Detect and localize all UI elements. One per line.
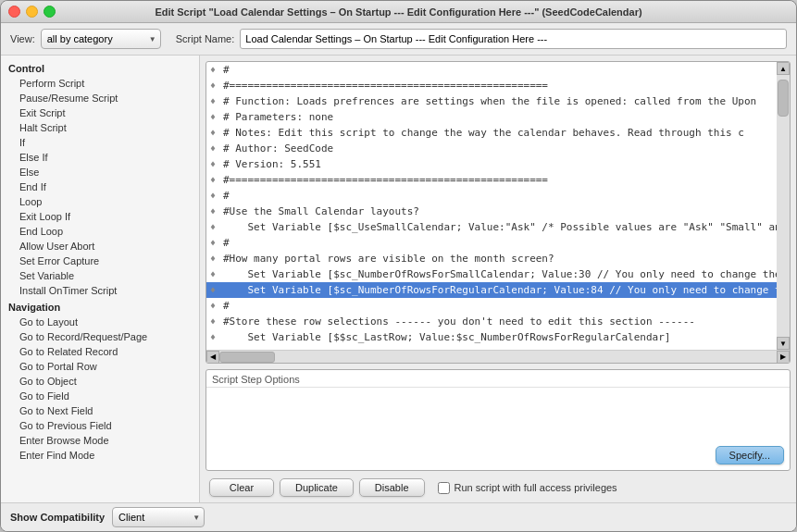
script-line-text: # [223, 64, 773, 76]
sidebar-item-allow-user-abort[interactable]: Allow User Abort [1, 239, 199, 254]
main-window: Edit Script "Load Calendar Settings – On… [0, 0, 797, 532]
script-line[interactable]: ♦ # Notes: Edit this script to change th… [206, 125, 777, 141]
sidebar-item-halt-script[interactable]: Halt Script [1, 120, 199, 135]
script-line-icon: ♦ [210, 222, 223, 232]
script-line-text: # Author: SeedCode [223, 142, 773, 155]
sidebar-item-go-to-record[interactable]: Go to Record/Request/Page [1, 329, 199, 344]
client-select[interactable]: Client [112, 507, 205, 527]
sidebar-item-go-to-field[interactable]: Go to Field [1, 389, 199, 403]
script-line[interactable]: ♦ # Parameters: none [206, 109, 777, 125]
sidebar-item-install-on-timer[interactable]: Install OnTimer Script [1, 283, 199, 298]
sidebar-item-enter-find-mode[interactable]: Enter Find Mode [1, 448, 199, 463]
sidebar-item-else-if[interactable]: Else If [1, 150, 199, 165]
script-line-icon: ♦ [210, 254, 223, 264]
sidebar-item-set-error-capture[interactable]: Set Error Capture [1, 254, 199, 268]
title-bar: Edit Script "Load Calendar Settings – On… [1, 1, 796, 23]
sidebar-item-go-to-object[interactable]: Go to Object [1, 374, 199, 389]
script-line[interactable]: ♦ #Store these row selections ------ you… [206, 314, 777, 329]
hscroll-thumb[interactable] [219, 352, 275, 363]
specify-button[interactable]: Specify... [716, 446, 784, 464]
sidebar-item-go-to-related[interactable]: Go to Related Record [1, 344, 199, 359]
script-line[interactable]: ♦ #Use the Small Calendar layouts? [206, 204, 777, 219]
view-label: View: [10, 33, 35, 44]
script-editor: ♦ # ♦ #=================================… [205, 61, 791, 364]
script-lines[interactable]: ♦ # ♦ #=================================… [206, 62, 777, 345]
script-line-selected[interactable]: ♦ Set Variable [$sc_NumberOfRowsForRegul… [206, 282, 777, 298]
sidebar-category-navigation: Navigation [1, 298, 199, 315]
full-access-checkbox[interactable] [438, 482, 450, 494]
sidebar-item-else[interactable]: Else [1, 165, 199, 179]
disable-button[interactable]: Disable [359, 478, 425, 497]
script-line-text: #=======================================… [223, 174, 773, 186]
script-line-icon: ♦ [210, 96, 223, 106]
script-editor-wrapper: ♦ # ♦ #=================================… [206, 62, 790, 350]
vertical-scrollbar[interactable]: ▲ ▼ [777, 62, 790, 350]
scroll-thumb-area [777, 75, 790, 337]
script-line[interactable]: ♦ #=====================================… [206, 78, 777, 93]
checkbox-row: Run script with full access privileges [438, 482, 617, 494]
sidebar-item-set-variable[interactable]: Set Variable [1, 268, 199, 283]
script-line-text: #Store these row selections ------ you d… [223, 315, 773, 328]
options-content: Specify... [206, 388, 790, 470]
script-line-text: Set Variable [$sc_NumberOfRowsForSmallCa… [223, 268, 777, 280]
scroll-thumb[interactable] [778, 80, 789, 117]
scroll-left-arrow[interactable]: ◀ [206, 351, 219, 364]
script-line[interactable]: ♦ Set Variable [$sc_NumberOfRowsForSmall… [206, 266, 777, 282]
sidebar-item-if[interactable]: If [1, 135, 199, 150]
bottom-toolbar: Clear Duplicate Disable Run script with … [200, 475, 796, 502]
sidebar-item-loop[interactable]: Loop [1, 194, 199, 209]
show-compat-label: Show Compatibility [10, 512, 105, 523]
options-panel: Script Step Options Specify... [205, 369, 791, 471]
sidebar-item-end-if[interactable]: End If [1, 179, 199, 194]
script-name-input[interactable] [240, 29, 787, 49]
sidebar-item-pause-resume[interactable]: Pause/Resume Script [1, 91, 199, 105]
script-line[interactable]: ♦ # [206, 62, 777, 78]
scroll-right-arrow[interactable]: ▶ [777, 351, 790, 364]
sidebar-item-go-to-next-field[interactable]: Go to Next Field [1, 403, 199, 418]
script-line[interactable]: ♦ #How many portal rows are visible on t… [206, 251, 777, 266]
script-line[interactable]: ♦ # [206, 188, 777, 204]
duplicate-button[interactable]: Duplicate [280, 478, 354, 497]
script-line[interactable]: ♦ #=====================================… [206, 172, 777, 188]
traffic-lights [8, 6, 56, 18]
sidebar: Control Perform Script Pause/Resume Scri… [1, 56, 200, 502]
script-line-text: # [223, 237, 773, 249]
script-line-icon: ♦ [210, 285, 223, 295]
bottom-section: Show Compatibility Client [1, 502, 796, 531]
scroll-down-arrow[interactable]: ▼ [777, 337, 790, 350]
script-line-text: # Function: Loads prefrences are setting… [223, 95, 773, 107]
script-line[interactable]: ♦ Set Variable [$$sc_LastRow; Value:$sc_… [206, 329, 777, 345]
script-line-icon: ♦ [210, 301, 223, 311]
script-line[interactable]: ♦ # [206, 298, 777, 314]
sidebar-item-exit-loop-if[interactable]: Exit Loop If [1, 209, 199, 224]
sidebar-item-go-to-layout[interactable]: Go to Layout [1, 315, 199, 329]
script-line-icon: ♦ [210, 191, 223, 201]
script-line-text: Set Variable [$$sc_LastRow; Value:$sc_Nu… [223, 331, 773, 343]
script-line[interactable]: ♦ # Function: Loads prefrences are setti… [206, 93, 777, 109]
sidebar-item-go-to-prev-field[interactable]: Go to Previous Field [1, 418, 199, 433]
script-line[interactable]: ♦ # [206, 235, 777, 251]
script-line[interactable]: ♦ # Version: 5.551 [206, 156, 777, 172]
script-line-icon: ♦ [210, 65, 223, 75]
script-line[interactable]: ♦ # Author: SeedCode [206, 141, 777, 156]
script-editor-inner: ♦ # ♦ #=================================… [206, 62, 777, 350]
script-line-text: #=======================================… [223, 80, 773, 92]
window-title: Edit Script "Load Calendar Settings – On… [155, 6, 641, 18]
close-button[interactable] [8, 6, 20, 18]
script-line[interactable]: ♦ Set Variable [$sc_UseSmallCalendar; Va… [206, 219, 777, 235]
maximize-button[interactable] [44, 6, 56, 18]
minimize-button[interactable] [26, 6, 38, 18]
script-line-icon: ♦ [210, 175, 223, 185]
sidebar-item-exit-script[interactable]: Exit Script [1, 105, 199, 120]
script-line-text: # Parameters: none [223, 111, 773, 123]
scroll-up-arrow[interactable]: ▲ [777, 62, 790, 75]
script-line-icon: ♦ [210, 112, 223, 122]
script-line-icon: ♦ [210, 316, 223, 327]
clear-button[interactable]: Clear [209, 478, 274, 497]
sidebar-item-go-to-portal-row[interactable]: Go to Portal Row [1, 359, 199, 374]
sidebar-item-perform-script[interactable]: Perform Script [1, 76, 199, 91]
script-line-text: # Version: 5.551 [223, 158, 773, 170]
sidebar-item-end-loop[interactable]: End Loop [1, 224, 199, 239]
sidebar-item-enter-browse-mode[interactable]: Enter Browse Mode [1, 433, 199, 448]
view-select[interactable]: all by category [41, 29, 161, 49]
